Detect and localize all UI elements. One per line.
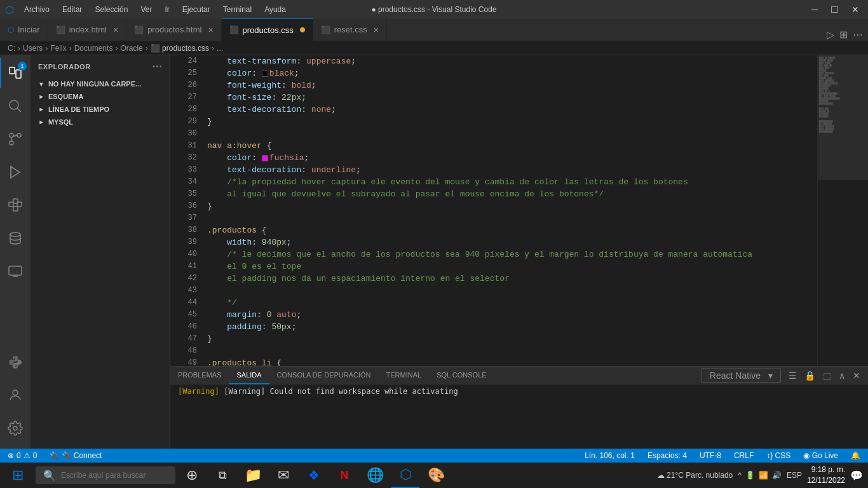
breadcrumb-c[interactable]: C: xyxy=(8,44,15,53)
weather-info[interactable]: ☁ 21°C Parc. nublado xyxy=(657,471,733,480)
activity-settings[interactable] xyxy=(0,413,31,444)
menu-seleccion[interactable]: Selección xyxy=(90,4,133,15)
activity-database[interactable] xyxy=(0,223,31,254)
panel-tab-problemas[interactable]: PROBLEMAS xyxy=(170,367,229,384)
title-bar-left: ⬡ Archivo Editar Selección Ver Ir Ejecut… xyxy=(5,4,291,16)
activity-run[interactable] xyxy=(0,157,31,187)
tab-close-prod-html[interactable]: × xyxy=(208,25,213,35)
position-label: Lín. 106, col. 1 xyxy=(585,451,635,460)
status-errors[interactable]: ⊗ 0 ⚠ 0 xyxy=(5,451,39,460)
code-line-34: /*la propiedad hover captura ele evento … xyxy=(207,176,812,188)
activity-remote[interactable] xyxy=(0,256,31,287)
status-encoding[interactable]: UTF-8 xyxy=(697,451,724,460)
more-tabs-icon[interactable]: ⋯ xyxy=(853,29,863,41)
activity-extensions[interactable] xyxy=(0,190,31,220)
systray-volume[interactable]: 🔊 xyxy=(772,471,782,480)
taskbar-app-search[interactable]: ⊕ xyxy=(178,463,206,488)
panel-close-icon[interactable]: ✕ xyxy=(850,369,863,382)
menu-ayuda[interactable]: Ayuda xyxy=(259,4,291,15)
svg-marker-9 xyxy=(11,166,20,178)
notification-icon[interactable]: 💬 xyxy=(850,470,863,482)
sidebar-item-esquema[interactable]: ▼ ESQUEMA xyxy=(31,90,170,103)
menu-terminal[interactable]: Terminal xyxy=(218,4,257,15)
activity-account[interactable] xyxy=(0,380,31,410)
menu-ejecutar[interactable]: Ejecutar xyxy=(177,4,215,15)
status-position[interactable]: Lín. 106, col. 1 xyxy=(582,451,637,460)
svg-point-4 xyxy=(10,133,13,137)
activity-source-control[interactable] xyxy=(0,124,31,154)
menu-ver[interactable]: Ver xyxy=(135,4,157,15)
search-input[interactable] xyxy=(61,471,163,480)
taskbar-app-dropbox[interactable]: ❖ xyxy=(300,463,328,488)
activity-python[interactable] xyxy=(0,347,31,377)
systray-network[interactable]: 📶 xyxy=(759,471,768,480)
status-language[interactable]: ↕} CSS xyxy=(764,451,793,460)
sidebar-more-icon[interactable]: ⋯ xyxy=(152,60,163,72)
clock-time: 9:18 p. m. xyxy=(807,464,845,475)
sidebar-actions: ⋯ xyxy=(152,60,163,72)
maximize-button[interactable]: ☐ xyxy=(827,3,843,16)
tab-index-html[interactable]: ⬛ index.html × xyxy=(48,18,126,41)
output-selector[interactable]: React Native ▾ xyxy=(702,369,781,383)
taskbar-app-vscode[interactable]: ⬡ xyxy=(391,463,419,488)
breadcrumb-felix[interactable]: Felix xyxy=(50,44,66,53)
panel-tab-sql[interactable]: SQL CONSOLE xyxy=(429,367,494,384)
tab-close-reset-css[interactable]: × xyxy=(374,25,379,35)
search-bar[interactable]: 🔍 xyxy=(36,466,175,484)
tab-iniciar[interactable]: ⬡ Iniciar xyxy=(0,18,48,41)
svg-point-2 xyxy=(10,100,18,109)
sidebar-item-linea-tiempo[interactable]: ▼ LÍNEA DE TIEMPO xyxy=(31,103,170,116)
panel-tab-terminal[interactable]: TERMINAL xyxy=(379,367,430,384)
breadcrumb-file[interactable]: ⬛ productos.css xyxy=(151,44,209,53)
systray-battery[interactable]: 🔋 xyxy=(745,471,755,480)
activity-search[interactable] xyxy=(0,91,31,121)
status-golive[interactable]: ◉ Go Live xyxy=(801,451,841,460)
systray-caret[interactable]: ^ xyxy=(738,471,742,480)
tab-close-index[interactable]: × xyxy=(113,25,118,35)
taskbar-app-edge[interactable]: 🌐 xyxy=(361,463,389,488)
taskbar-app-explorer[interactable]: 📁 xyxy=(239,463,267,488)
taskbar-app-netflix[interactable]: N xyxy=(330,463,358,488)
split-editor-icon[interactable]: ⊞ xyxy=(839,29,848,41)
taskbar-left: ⊞ 🔍 ⊕ ⧉ 📁 ✉ ❖ N 🌐 ⬡ 🎨 xyxy=(0,463,450,488)
status-bell[interactable]: 🔔 xyxy=(848,451,863,460)
sidebar-label-linea-tiempo: LÍNEA DE TIEMPO xyxy=(48,105,109,113)
chevron-icon-esquema: ▼ xyxy=(37,93,44,100)
menu-ir[interactable]: Ir xyxy=(159,4,174,15)
breadcrumb-documents[interactable]: Documents xyxy=(74,44,113,53)
taskbar-app-taskview[interactable]: ⧉ xyxy=(208,463,236,488)
activity-explorer[interactable]: 1 xyxy=(0,58,31,88)
panel-tab-consola[interactable]: CONSOLA DE DEPURACIÓN xyxy=(269,367,379,384)
systray-icons: ^ 🔋 📶 🔊 xyxy=(738,471,782,480)
taskbar-app-paint[interactable]: 🎨 xyxy=(422,463,450,488)
window-controls: ─ ☐ ✕ xyxy=(808,3,863,16)
sidebar-item-no-folder[interactable]: ▼ NO HAY NINGUNA CARPE... xyxy=(31,78,170,90)
menu-archivo[interactable]: Archivo xyxy=(19,4,55,15)
taskbar-clock[interactable]: 9:18 p. m. 12/11/2022 xyxy=(807,464,845,486)
breadcrumb-oracle[interactable]: Oracle xyxy=(120,44,142,53)
breadcrumb-users[interactable]: Users xyxy=(23,44,43,53)
sidebar-item-mysql[interactable]: ▼ MYSQL xyxy=(31,116,170,128)
taskbar-app-mail[interactable]: ✉ xyxy=(269,463,297,488)
menu-editar[interactable]: Editar xyxy=(57,4,87,15)
panel-clear-icon[interactable]: ⬚ xyxy=(820,369,834,382)
code-editor[interactable]: 24 25 26 27 28 29 30 31 32 33 34 35 36 3… xyxy=(170,55,868,366)
status-spaces[interactable]: Espacios: 4 xyxy=(645,451,689,460)
panel-expand-icon[interactable]: ∧ xyxy=(836,369,848,382)
tab-label-reset-css: reset.css xyxy=(334,25,367,34)
panel-list-icon[interactable]: ☰ xyxy=(786,369,799,382)
panel-tab-salida[interactable]: SALIDA xyxy=(229,367,269,384)
panel-lock-icon[interactable]: 🔒 xyxy=(802,369,818,382)
close-button[interactable]: ✕ xyxy=(848,3,863,16)
systray-language[interactable]: ESP xyxy=(787,471,802,480)
tab-productos-css[interactable]: ⬛ productos.css xyxy=(222,18,313,41)
breadcrumb-more[interactable]: ... xyxy=(217,44,223,53)
status-connect[interactable]: 🔌 🔌 Connect xyxy=(47,451,104,460)
status-line-ending[interactable]: CRLF xyxy=(731,451,756,460)
run-icon[interactable]: ▷ xyxy=(827,29,834,41)
tab-productos-html[interactable]: ⬛ productos.html × xyxy=(126,18,221,41)
tab-reset-css[interactable]: ⬛ reset.css × xyxy=(313,18,387,41)
start-button[interactable]: ⊞ xyxy=(3,463,33,488)
code-content[interactable]: text-transform: uppercase; color: black;… xyxy=(202,55,817,366)
minimize-button[interactable]: ─ xyxy=(808,3,822,16)
